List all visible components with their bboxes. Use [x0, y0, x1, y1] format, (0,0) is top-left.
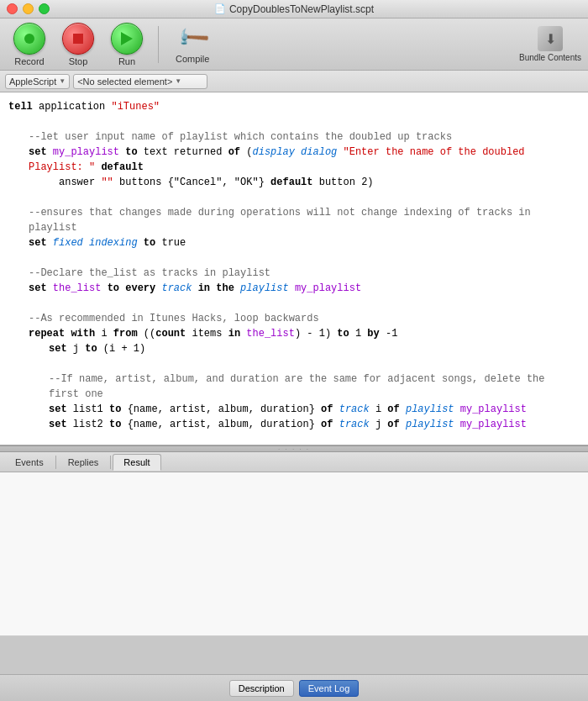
code-line-9 [8, 250, 580, 266]
tab-divider-1 [55, 456, 56, 469]
toolbar-divider [158, 26, 159, 63]
document-icon: 📄 [214, 3, 226, 14]
stop-icon [62, 23, 94, 55]
code-line-18: set list1 to {name, artist, album, durat… [8, 402, 580, 417]
event-log-button[interactable]: Event Log [299, 680, 360, 697]
code-line-1: tell application "iTunes" [8, 99, 580, 114]
code-line-5: answer "" buttons {"Cancel", "OK"} defau… [8, 175, 580, 190]
event-log-label: Event Log [308, 683, 350, 693]
code-line-10: --Declare the_list as tracks in playlist [8, 266, 580, 281]
play-triangle-icon [121, 32, 133, 45]
stop-square-icon [73, 34, 83, 44]
hammer-icon: 🔨 [174, 19, 212, 57]
bottom-buttons-bar: Description Event Log [0, 674, 588, 701]
language-value: AppleScript [9, 76, 56, 87]
code-line-2 [8, 114, 580, 129]
result-area [0, 472, 588, 636]
code-line-3: --let user input name of playlist which … [8, 129, 580, 145]
resize-divider[interactable]: · · · · · [0, 445, 588, 452]
code-line-20 [8, 432, 580, 445]
code-line-8: set fixed indexing to true [8, 235, 580, 250]
element-dropdown[interactable]: <No selected element> ▼ [73, 74, 207, 89]
code-line-19: set list2 to {name, artist, album, durat… [8, 417, 580, 432]
element-value: <No selected element> [77, 76, 172, 87]
record-icon [13, 23, 45, 55]
code-line-13: --As recommended in Itunes Hacks, loop b… [8, 311, 580, 326]
bundle-contents-button[interactable]: ⬇ Bundle Contents [519, 26, 581, 62]
stop-button[interactable]: Stop [57, 19, 99, 70]
tabs-bar: Events Replies Result [0, 452, 588, 472]
close-button[interactable] [7, 3, 18, 14]
description-label: Description [239, 683, 285, 693]
secondary-toolbar: AppleScript ▼ <No selected element> ▼ [0, 71, 588, 92]
tab-replies[interactable]: Replies [58, 454, 109, 471]
window-controls [7, 3, 50, 14]
code-editor[interactable]: tell application "iTunes" --let user inp… [0, 92, 588, 445]
tab-events[interactable]: Events [5, 454, 54, 471]
stop-label: Stop [69, 56, 88, 66]
code-line-15: set j to (i + 1) [8, 341, 580, 356]
minimize-button[interactable] [23, 3, 34, 14]
language-dropdown-arrow: ▼ [59, 77, 66, 85]
run-icon [111, 23, 143, 55]
run-label: Run [118, 56, 135, 66]
record-button[interactable]: Record [8, 19, 50, 70]
code-line-4: set my_playlist to text returned of (dis… [8, 145, 580, 175]
compile-button[interactable]: 🔨 Compile [169, 22, 216, 67]
window-title: CopyDoublesToNewPlaylist.scpt [229, 3, 374, 15]
bundle-contents-label: Bundle Contents [519, 53, 581, 62]
tab-result[interactable]: Result [113, 454, 160, 471]
tab-divider-2 [110, 456, 111, 469]
title-bar: 📄 CopyDoublesToNewPlaylist.scpt [0, 0, 588, 18]
bundle-icon: ⬇ [538, 26, 563, 51]
code-line-11: set the_list to every track in the playl… [8, 281, 580, 296]
code-line-14: repeat with i from ((count items in the_… [8, 326, 580, 341]
code-line-17: --If name, artist, album, and duration a… [8, 372, 580, 402]
bottom-panel: Events Replies Result [0, 452, 588, 636]
toolbar: Record Stop Run 🔨 Compile ⬇ Bundle Conte… [0, 18, 588, 71]
code-line-16 [8, 356, 580, 372]
code-line-7: --ensures that changes made during opera… [8, 205, 580, 235]
record-label: Record [14, 56, 44, 66]
maximize-button[interactable] [39, 3, 50, 14]
description-button[interactable]: Description [229, 680, 294, 697]
record-circle-icon [24, 34, 34, 44]
compile-icon: 🔨 [179, 25, 206, 52]
code-line-12 [8, 296, 580, 311]
element-dropdown-arrow: ▼ [175, 77, 181, 85]
run-button[interactable]: Run [106, 19, 148, 70]
language-dropdown[interactable]: AppleScript ▼ [5, 74, 70, 89]
code-line-6 [8, 190, 580, 205]
divider-handle: · · · · · [278, 445, 310, 453]
main-container: 📄 CopyDoublesToNewPlaylist.scpt Record S… [0, 0, 588, 701]
